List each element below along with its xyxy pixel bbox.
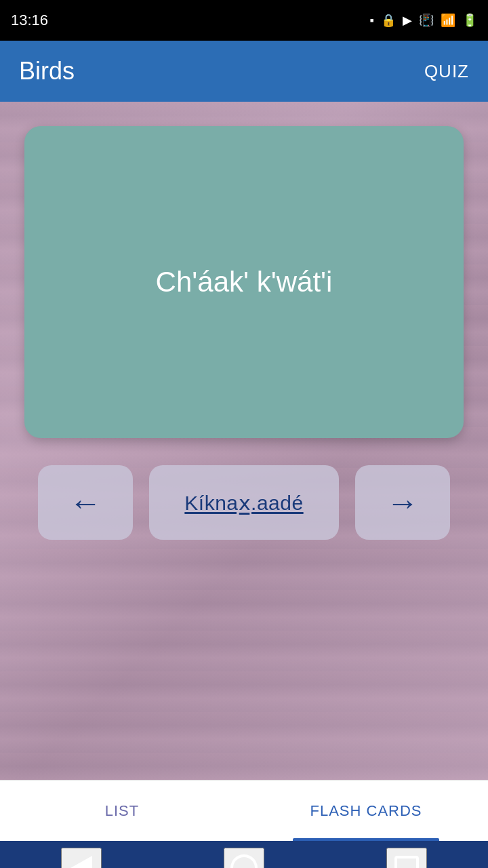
quiz-button[interactable]: QUIZ <box>424 61 469 82</box>
next-button[interactable]: → <box>355 465 450 540</box>
tab-bar: LIST FLASH CARDS <box>0 780 488 841</box>
center-word-text: Kíknax̲.aadé <box>184 491 303 515</box>
tab-flash-cards-label: FLASH CARDS <box>310 802 422 820</box>
status-time: 13:16 <box>11 12 48 29</box>
tab-list[interactable]: LIST <box>0 781 244 841</box>
wifi-icon: 📶 <box>441 13 455 28</box>
next-arrow-icon: → <box>386 484 419 521</box>
center-word-button[interactable]: Kíknax̲.aadé <box>149 465 339 540</box>
flash-card[interactable]: Ch'áak' k'wát'i <box>24 126 464 438</box>
system-nav-bar <box>0 841 488 868</box>
app-bar: Birds QUIZ <box>0 41 488 102</box>
main-content: Ch'áak' k'wát'i ← Kíknax̲.aadé → <box>0 102 488 780</box>
recent-nav-button[interactable] <box>386 848 427 868</box>
navigation-row: ← Kíknax̲.aadé → <box>38 465 450 540</box>
flash-card-text: Ch'áak' k'wát'i <box>142 252 346 312</box>
lock-icon: 🔒 <box>381 13 396 28</box>
vibrate-icon: 📳 <box>419 13 434 28</box>
home-nav-icon <box>230 854 258 868</box>
back-nav-button[interactable] <box>61 848 102 868</box>
home-nav-button[interactable] <box>224 848 264 868</box>
sim-icon: ▪ <box>370 14 374 28</box>
status-icons: ▪ 🔒 ▶ 📳 📶 🔋 <box>370 13 477 28</box>
back-nav-icon <box>70 856 92 868</box>
recent-nav-icon <box>394 856 419 868</box>
tab-list-label: LIST <box>105 802 139 820</box>
status-bar: 13:16 ▪ 🔒 ▶ 📳 📶 🔋 <box>0 0 488 41</box>
prev-arrow-icon: ← <box>69 484 102 521</box>
battery-icon: 🔋 <box>462 13 477 28</box>
prev-button[interactable]: ← <box>38 465 133 540</box>
app-title: Birds <box>19 57 75 85</box>
tab-flash-cards[interactable]: FLASH CARDS <box>244 781 488 841</box>
play-icon: ▶ <box>403 13 412 28</box>
